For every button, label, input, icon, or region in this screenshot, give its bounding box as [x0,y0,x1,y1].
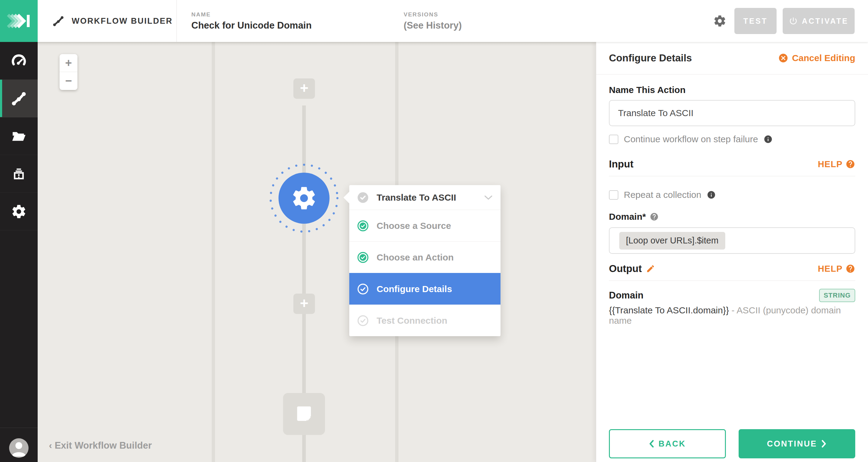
repeat-collection-checkbox[interactable] [609,190,618,200]
sidebar-divider [0,428,38,428]
gear-icon [291,185,317,211]
continue-on-failure-checkbox[interactable] [609,135,618,144]
output-help-link[interactable]: HELP [818,264,855,274]
name-this-action-label: Name This Action [609,85,855,95]
chevron-down-icon[interactable] [484,195,493,200]
workflow-name: Check for Unicode Domain [191,20,312,31]
versions-label: VERSIONS [404,11,462,18]
repeat-collection-row: Repeat a collection [609,190,855,200]
workflow-name-block: NAME Check for Unicode Domain [191,0,312,42]
activate-button[interactable]: ACTIVATE [783,8,855,34]
gear-icon [11,204,27,220]
komand-logo-icon [4,6,33,35]
logo[interactable] [0,0,38,42]
output-field-name: Domain [609,290,644,301]
domain-variable-token[interactable]: [Loop over URLs].$item [619,232,725,250]
input-section-header: Input HELP [609,158,855,170]
power-icon [789,17,798,26]
check-circle-icon [357,283,369,295]
output-field-description: {{Translate To ASCII.domain}} - ASCII (p… [609,305,855,326]
circle-question-icon [845,159,855,169]
workflow-builder-app: WORKFLOW BUILDER NAME Check for Unicode … [0,0,868,462]
input-help-link[interactable]: HELP [818,159,855,169]
continue-on-failure-row: Continue workflow on step failure [609,134,855,144]
domain-field-input[interactable]: [Loop over URLs].$item [609,227,855,254]
check-circle-icon [357,220,369,232]
brand-section: WORKFLOW BUILDER [38,0,177,42]
sidebar-item-workflows[interactable] [0,80,38,117]
gauge-icon [11,53,27,69]
step-menu-item-choose-source[interactable]: Choose a Source [349,210,500,241]
sidebar-item-dashboard[interactable] [0,42,38,80]
zoom-controls: + − [60,54,78,90]
sticky-note-icon [294,404,314,424]
step-menu-popup: Translate To ASCII Choose a Source [349,185,500,336]
chevron-right-icon [821,440,827,448]
canvas-connector-line-left [212,42,215,462]
action-step-node[interactable] [279,173,330,224]
sidebar-item-alerts[interactable] [0,155,38,193]
output-section-title: Output [609,263,655,275]
output-domain-row: Domain STRING [609,289,855,302]
step-menu-item-choose-action[interactable]: Choose an Action [349,241,500,273]
back-button[interactable]: BACK [609,429,726,458]
alert-tray-icon [11,166,27,182]
note-node[interactable] [283,393,325,435]
workflow-zigzag-icon [52,15,64,27]
panel-content: Name This Action Continue workflow on st… [596,85,868,326]
add-step-button-top[interactable]: + [293,79,315,99]
test-button[interactable]: TEST [734,8,777,34]
section-divider [609,281,855,281]
output-section-header: Output HELP [609,263,855,275]
connector-segment [302,314,306,393]
sidebar-item-folders[interactable] [0,117,38,155]
output-variable-ref: {{Translate To ASCII.domain}} [609,305,729,315]
chevron-left-icon [649,440,654,448]
cancel-editing-button[interactable]: Cancel Editing [778,53,855,63]
panel-footer: BACK CONTINUE [609,429,855,458]
input-section-title: Input [609,158,633,170]
string-type-badge: STRING [819,289,855,302]
connector-segment [302,435,306,462]
versions-block: VERSIONS (See History) [404,0,462,42]
header-actions: TEST ACTIVATE [713,0,855,42]
avatar[interactable] [9,438,29,458]
workflow-zigzag-icon [11,91,27,106]
zoom-in-button[interactable]: + [60,54,78,72]
step-menu-item-configure-details[interactable]: Configure Details [349,273,500,305]
step-menu-item-test-connection[interactable]: Test Connection [349,305,500,336]
exit-workflow-builder-link[interactable]: ‹ Exit Workflow Builder [49,440,152,451]
app-title: WORKFLOW BUILDER [72,17,173,26]
configure-details-panel: Configure Details Cancel Editing Name Th… [596,42,868,462]
info-icon[interactable] [764,135,773,144]
name-label: NAME [191,11,312,18]
circle-question-icon [845,264,855,273]
check-circle-icon [357,315,369,326]
add-step-button-bottom[interactable]: + [293,294,315,314]
sidebar [0,42,38,462]
section-divider [609,176,855,176]
workflow-canvas[interactable]: + − + + [38,42,596,462]
info-icon[interactable] [707,190,716,199]
popup-step-title[interactable]: Translate To ASCII [349,185,500,210]
zoom-out-button[interactable]: − [60,72,78,90]
domain-field-label: Domain* [609,211,855,222]
pencil-icon[interactable] [646,264,655,273]
panel-title: Configure Details [609,52,692,64]
action-name-input[interactable] [609,100,855,126]
folder-open-icon [11,128,27,144]
settings-gear-icon[interactable] [713,14,726,28]
continue-button[interactable]: CONTINUE [739,429,856,458]
check-circle-icon [357,252,369,263]
header: WORKFLOW BUILDER NAME Check for Unicode … [0,0,868,42]
circle-question-icon[interactable] [650,212,659,221]
panel-titlebar: Configure Details Cancel Editing [596,42,868,75]
check-circle-icon [357,192,369,203]
circle-x-icon [778,53,788,63]
see-history-link[interactable]: (See History) [404,20,462,31]
sidebar-item-settings[interactable] [0,193,38,230]
